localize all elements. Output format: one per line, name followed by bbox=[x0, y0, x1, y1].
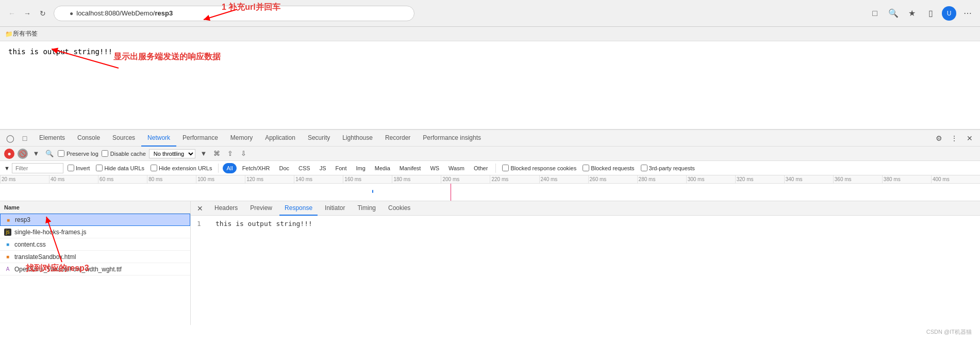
tab-lighthouse[interactable]: Lighthouse bbox=[336, 130, 379, 147]
extension-button[interactable]: ▯ bbox=[923, 6, 938, 21]
tab-performance-insights[interactable]: Performance insights bbox=[417, 130, 487, 147]
cast-button[interactable]: □ bbox=[868, 6, 882, 21]
tab-elements[interactable]: Elements bbox=[33, 130, 71, 147]
more-icon[interactable]: ⋮ bbox=[948, 132, 960, 144]
tab-recorder[interactable]: Recorder bbox=[379, 130, 417, 147]
throttle-dropdown-icon[interactable]: ▼ bbox=[198, 149, 209, 159]
tm-200: 200 ms bbox=[441, 175, 490, 183]
filter-img[interactable]: Img bbox=[352, 163, 369, 173]
lock-icon: ● bbox=[70, 10, 73, 17]
tab-security[interactable]: Security bbox=[302, 130, 336, 147]
import-icon[interactable]: ⇧ bbox=[225, 149, 236, 159]
search-icon[interactable]: 🔍 bbox=[44, 149, 55, 159]
devtools-panel-icon[interactable]: □ bbox=[19, 132, 31, 144]
preserve-log-label[interactable]: Preserve log bbox=[58, 150, 98, 157]
filter-css[interactable]: CSS bbox=[295, 163, 314, 173]
devtools-dock-icon[interactable]: ◯ bbox=[4, 132, 16, 144]
filter-font[interactable]: Font bbox=[331, 163, 350, 173]
clear-button[interactable]: 🚫 bbox=[18, 149, 28, 159]
address-text: localhost:8080/WebDemo/resp3 bbox=[76, 9, 173, 17]
back-button[interactable]: ← bbox=[5, 7, 19, 20]
disable-cache-label[interactable]: Disable cache bbox=[102, 150, 146, 157]
filter-input[interactable] bbox=[12, 163, 63, 173]
filter-ws[interactable]: WS bbox=[426, 163, 443, 173]
file-name-translate: translateSandbox.html bbox=[14, 253, 76, 261]
filter-bar: ▼ Invert Hide data URLs Hide extension U… bbox=[0, 161, 980, 175]
filter-fetch-xhr[interactable]: Fetch/XHR bbox=[239, 163, 274, 173]
filter-manifest[interactable]: Manifest bbox=[396, 163, 425, 173]
file-icon-js-1: js bbox=[4, 229, 11, 236]
tab-network[interactable]: Network bbox=[141, 130, 176, 147]
filter-doc[interactable]: Doc bbox=[275, 163, 293, 173]
tab-sources[interactable]: Sources bbox=[106, 130, 141, 147]
bookmarks-folder-icon: 📁 bbox=[5, 30, 13, 38]
response-content: 1 this is output string!!! bbox=[191, 216, 980, 325]
tm-320: 320 ms bbox=[735, 175, 784, 183]
filter-icon[interactable]: ▼ bbox=[31, 149, 41, 159]
timeline: 20 ms 40 ms 60 ms 80 ms 100 ms 120 ms 14… bbox=[0, 175, 980, 201]
file-name-resp3: resp3 bbox=[15, 216, 30, 223]
reload-button[interactable]: ↻ bbox=[36, 7, 49, 20]
tm-280: 280 ms bbox=[637, 175, 686, 183]
response-tab-response[interactable]: Response bbox=[279, 201, 318, 216]
tab-application[interactable]: Application bbox=[259, 130, 302, 147]
annotation-arrow-1 bbox=[0, 41, 980, 129]
filter-other[interactable]: Other bbox=[470, 163, 492, 173]
response-tab-initiator[interactable]: Initiator bbox=[320, 201, 350, 216]
page-content: this is output string!!! 显示出服务端发送的响应数据 bbox=[0, 41, 980, 129]
export-icon[interactable]: ⇩ bbox=[239, 149, 249, 159]
filter-wasm[interactable]: Wasm bbox=[445, 163, 468, 173]
watermark: CSDN @IT机器猫 bbox=[926, 328, 972, 336]
throttle-select[interactable]: No throttling bbox=[149, 149, 195, 158]
third-party-requests-checkbox[interactable] bbox=[641, 165, 647, 171]
tab-performance[interactable]: Performance bbox=[176, 130, 224, 147]
wifi-icon[interactable]: ⌘ bbox=[212, 149, 222, 159]
bookmark-button[interactable]: ★ bbox=[905, 6, 919, 21]
file-item-translate[interactable]: ■ translateSandbox.html bbox=[0, 251, 190, 263]
menu-button[interactable]: ⋯ bbox=[960, 6, 975, 21]
response-tab-headers[interactable]: Headers bbox=[209, 201, 243, 216]
hide-data-urls-label[interactable]: Hide data URLs bbox=[96, 165, 144, 171]
file-name-hooks: single-file-hooks-frames.js bbox=[14, 229, 86, 236]
preserve-log-checkbox[interactable] bbox=[58, 150, 64, 157]
tm-120: 120 ms bbox=[245, 175, 294, 183]
hide-extension-urls-checkbox[interactable] bbox=[151, 165, 157, 171]
file-item-css[interactable]: ■ content.css bbox=[0, 238, 190, 251]
blocked-requests-checkbox[interactable] bbox=[583, 165, 589, 171]
invert-checkbox[interactable] bbox=[68, 165, 74, 171]
response-panel: ✕ Headers Preview Response Initiator Tim… bbox=[191, 201, 980, 325]
close-response-tab-button[interactable]: ✕ bbox=[195, 203, 205, 214]
file-item-font[interactable]: A OpenSans_VariableFont_wdth_wght.ttf bbox=[0, 263, 190, 276]
blocked-requests-label[interactable]: Blocked requests bbox=[583, 165, 634, 171]
tm-20: 20 ms bbox=[0, 175, 49, 183]
disable-cache-checkbox[interactable] bbox=[102, 150, 108, 157]
filter-all[interactable]: All bbox=[223, 163, 236, 173]
filter-media[interactable]: Media bbox=[371, 163, 394, 173]
third-party-requests-label[interactable]: 3rd-party requests bbox=[641, 165, 695, 171]
profile-avatar[interactable]: U bbox=[942, 6, 956, 21]
close-devtools-icon[interactable]: ✕ bbox=[964, 132, 976, 144]
settings-icon[interactable]: ⚙ bbox=[933, 132, 945, 144]
file-list-header: Name bbox=[0, 201, 190, 214]
tab-console[interactable]: Console bbox=[71, 130, 106, 147]
blocked-response-cookies-label[interactable]: Blocked response cookies bbox=[502, 165, 576, 171]
tab-memory[interactable]: Memory bbox=[224, 130, 259, 147]
hide-extension-urls-label[interactable]: Hide extension URLs bbox=[151, 165, 212, 171]
file-item-resp3[interactable]: ■ resp3 bbox=[0, 214, 190, 226]
zoom-button[interactable]: 🔍 bbox=[886, 6, 901, 21]
tm-240: 240 ms bbox=[539, 175, 588, 183]
hide-data-urls-checkbox[interactable] bbox=[96, 165, 103, 171]
tm-220: 220 ms bbox=[490, 175, 539, 183]
response-tab-cookies[interactable]: Cookies bbox=[383, 201, 416, 216]
address-bar[interactable]: ● localhost:8080/WebDemo/resp3 bbox=[54, 6, 414, 21]
response-tab-preview[interactable]: Preview bbox=[245, 201, 277, 216]
filter-js[interactable]: JS bbox=[316, 163, 330, 173]
devtools-icons: ⚙ ⋮ ✕ bbox=[933, 132, 976, 144]
invert-checkbox-label[interactable]: Invert bbox=[68, 165, 90, 171]
blocked-response-cookies-checkbox[interactable] bbox=[502, 165, 509, 171]
response-tab-timing[interactable]: Timing bbox=[352, 201, 381, 216]
file-item-hooks[interactable]: js single-file-hooks-frames.js bbox=[0, 226, 190, 238]
annotation-response-data: 显示出服务端发送的响应数据 bbox=[113, 52, 221, 62]
forward-button[interactable]: → bbox=[21, 7, 34, 20]
record-button[interactable]: ● bbox=[4, 149, 14, 159]
